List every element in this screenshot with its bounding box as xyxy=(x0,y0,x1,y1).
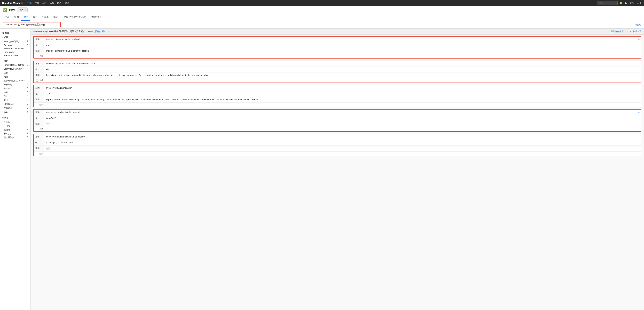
final-checkbox-5[interactable] xyxy=(36,153,38,155)
config-search-input[interactable] xyxy=(3,22,60,27)
nav-diagnose[interactable]: 诊断 xyxy=(42,1,47,4)
sidebar-title: 筛选器 xyxy=(0,31,30,35)
sidebar-cat-advanced[interactable]: 高级 1 xyxy=(0,110,30,114)
sidebar-item-metastore[interactable]: Hive Metastore Server 0 xyxy=(0,47,30,50)
support-link[interactable]: 支持 xyxy=(630,1,634,4)
final-checkbox-3[interactable] xyxy=(36,104,38,106)
final-row-4: 最终 xyxy=(34,127,641,131)
sidebar-status-warning[interactable]: ▲ 警告 0 xyxy=(0,124,30,128)
sidebar-item-webhcat[interactable]: WebHCat Server 0 xyxy=(0,54,30,57)
role-group-link[interactable]: 角色组 xyxy=(635,23,641,26)
sidebar-item-label: 资源管理 xyxy=(4,107,12,110)
sidebar-status-edited[interactable]: 已编辑 1 xyxy=(0,128,30,132)
warning-icon: ▲ xyxy=(4,125,6,127)
sidebar-status-header[interactable]: ▾ 状态 xyxy=(0,116,30,120)
sidebar-item-label: 已编辑 xyxy=(4,128,10,131)
sidebar-item-count: 0 xyxy=(27,91,28,94)
sidebar-cat-ports[interactable]: 端口和地址 0 xyxy=(0,102,30,106)
config-label-value-1: 值 xyxy=(34,42,44,48)
global-search-input[interactable] xyxy=(597,1,618,5)
sidebar-item-label: 包含覆盖项 xyxy=(4,136,14,139)
content-area: hive-site.xml 的 Hive 服务高级配置代码段（安全闸） Hive… xyxy=(31,28,644,310)
show-all-link[interactable]: 显示所有说明 xyxy=(611,30,623,33)
sidebar-cat-logging[interactable]: 日志 0 xyxy=(0,94,30,98)
sidebar-cat-proxy[interactable]: 代理 0 xyxy=(0,75,30,79)
config-label-value-3: 值 xyxy=(34,91,44,97)
config-value-value-3[interactable]: LDAP xyxy=(44,91,641,96)
final-checkbox-4[interactable] xyxy=(36,128,38,130)
sidebar-category-header[interactable]: ▾ 类别 xyxy=(0,59,30,63)
sidebar-status-override[interactable]: 包含覆盖项 0 xyxy=(0,136,30,140)
nav-host[interactable]: 主机 xyxy=(35,1,39,4)
nav-charts[interactable]: 图表 xyxy=(57,1,62,4)
collapse-btn-2[interactable]: − xyxy=(638,62,640,65)
final-checkbox-2[interactable] xyxy=(36,79,38,81)
sidebar-cat-sentry-hdfs[interactable]: Sentry HDFS 同步缓存 0 xyxy=(0,67,30,71)
sidebar: 筛选器 ▾ 范围 Hive（服务范围） 1 Gateway 0 Hive Met… xyxy=(0,28,31,310)
config-value-value-2[interactable]: ALL xyxy=(44,67,641,72)
bell-icon[interactable]: 🔔 xyxy=(620,2,622,4)
tab-quick-links[interactable]: 快捷链接 ▾ xyxy=(88,14,104,20)
config-value-desc-1: enableor disable the hive clientauthoriz… xyxy=(44,48,641,53)
sidebar-cat-security[interactable]: 安全性 0 xyxy=(0,87,30,90)
tab-commands[interactable]: 命令 xyxy=(30,14,40,20)
config-label-desc-1: 说明 xyxy=(34,48,44,54)
sidebar-cat-main[interactable]: 主要 0 xyxy=(0,71,30,75)
action-button[interactable]: 操作 ▾ xyxy=(18,7,28,12)
search-bar: 角色组 xyxy=(0,21,644,28)
sidebar-item-count: 0 xyxy=(27,87,28,90)
sidebar-item-label: Hive Metastore Server xyxy=(4,47,24,50)
sidebar-item-label: 性能 xyxy=(4,91,8,94)
sidebar-cat-resource[interactable]: 资源管理 0 xyxy=(0,106,30,110)
sidebar-item-label: 日志 xyxy=(4,95,8,98)
sidebar-item-count: 0 xyxy=(27,99,28,102)
tab-instances[interactable]: 实例 xyxy=(12,14,21,20)
nav-admin[interactable]: 管理 xyxy=(65,1,69,4)
collapse-btn-5[interactable]: − xyxy=(638,135,640,138)
nav-cluster[interactable]: 群集 xyxy=(27,1,32,5)
sidebar-cat-monitoring[interactable]: 监控 0 xyxy=(0,98,30,102)
tab-status[interactable]: 状态 xyxy=(3,14,12,20)
sidebar-cat-metastore-db[interactable]: Hive Metastore 数据库 0 xyxy=(0,63,30,67)
sidebar-item-label: 错误 xyxy=(6,121,10,123)
store-icon[interactable]: 🏪 xyxy=(624,2,628,4)
config-value-value-4[interactable]: ldap://cdh1 xyxy=(44,115,641,121)
sidebar-item-gateway[interactable]: Gateway 0 xyxy=(0,43,30,47)
admin-link[interactable]: admin xyxy=(636,2,642,4)
collapse-btn-3[interactable]: − xyxy=(638,87,640,90)
refresh-icon[interactable]: ↻ xyxy=(108,30,110,33)
tab-config[interactable]: 配置 xyxy=(21,14,30,20)
config-section-header-left: hive-site.xml 的 Hive 服务高级配置代码段（安全闸） Hive… xyxy=(33,30,113,33)
tab-hiveserver2-webui[interactable]: HiveServer2 Web UI 🔗 xyxy=(60,14,88,20)
sidebar-cat-performance[interactable]: 性能 0 xyxy=(0,90,30,94)
config-label-name-3: 名称 xyxy=(34,85,44,91)
config-scope: Hive（服务范围） xyxy=(88,30,106,33)
final-row-2: 最终 xyxy=(34,78,641,82)
xml-link[interactable]: 以 XML 格式查看 xyxy=(626,30,641,33)
final-row-5: 最终 xyxy=(34,152,641,156)
sidebar-cat-policy-sentry[interactable]: 基于政策文件的 Sentry 0 xyxy=(0,79,30,83)
sidebar-status-nondefault[interactable]: 非默认认 1 xyxy=(0,132,30,136)
sidebar-status-error[interactable]: ● 错误 0 xyxy=(0,120,30,124)
final-checkbox-1[interactable] xyxy=(36,55,38,57)
chevron-down-icon: ▾ xyxy=(2,60,4,62)
config-value-value-5[interactable]: ou=People,dc=yore,dc=com xyxy=(44,140,641,145)
sidebar-item-hiveserver2[interactable]: HiveServer2 0 xyxy=(0,50,30,54)
tab-audit[interactable]: 审核 xyxy=(51,14,60,20)
sidebar-item-hive-scope[interactable]: Hive（服务范围） 1 xyxy=(0,40,30,43)
config-value-name-1: hive.security.authorization.enabled xyxy=(44,36,641,42)
config-value-value-1[interactable]: true xyxy=(44,42,641,48)
tab-charts[interactable]: 图表库 xyxy=(40,14,51,20)
nav-audit[interactable]: 审核 xyxy=(50,1,54,4)
collapse-btn-1[interactable]: − xyxy=(638,38,640,41)
config-label-name-4: 名称 xyxy=(34,110,44,115)
collapse-btn-4[interactable]: − xyxy=(638,111,640,114)
sidebar-scope-header[interactable]: ▾ 范围 xyxy=(0,35,30,40)
service-status-icon: ✅ xyxy=(3,8,7,12)
sidebar-cat-stack[interactable]: 堆栈集合 0 xyxy=(0,83,30,87)
sidebar-item-count: 0 xyxy=(27,54,28,57)
config-row-name-4: 名称 hive.server2.authentication.ldap.url xyxy=(34,110,641,115)
help-icon[interactable]: ? xyxy=(112,30,113,33)
chevron-down-icon: ▾ xyxy=(2,36,4,39)
config-entry-1: 名称 hive.security.authorization.enabled 值… xyxy=(33,36,641,58)
